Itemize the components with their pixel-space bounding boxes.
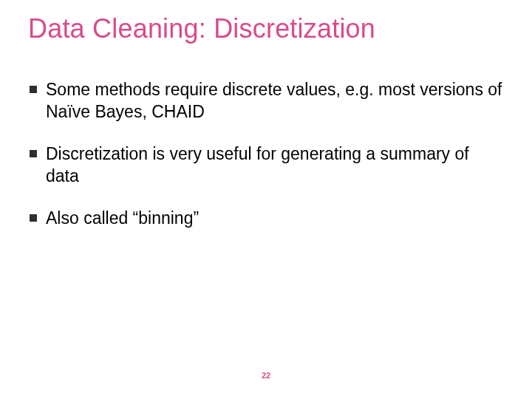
square-bullet-icon bbox=[30, 214, 37, 222]
bullet-text: Also called “binning” bbox=[46, 208, 199, 228]
list-item: Also called “binning” bbox=[28, 208, 504, 229]
list-item: Discretization is very useful for genera… bbox=[28, 143, 504, 187]
square-bullet-icon bbox=[30, 86, 37, 93]
slide: Data Cleaning: Discretization Some metho… bbox=[0, 0, 532, 399]
slide-title: Data Cleaning: Discretization bbox=[28, 13, 504, 44]
bullet-text: Some methods require discrete values, e.… bbox=[46, 80, 502, 120]
square-bullet-icon bbox=[30, 150, 37, 157]
bullet-text: Discretization is very useful for genera… bbox=[46, 144, 469, 185]
bullet-list: Some methods require discrete values, e.… bbox=[28, 79, 504, 229]
list-item: Some methods require discrete values, e.… bbox=[28, 79, 504, 123]
page-number: 22 bbox=[0, 371, 532, 380]
